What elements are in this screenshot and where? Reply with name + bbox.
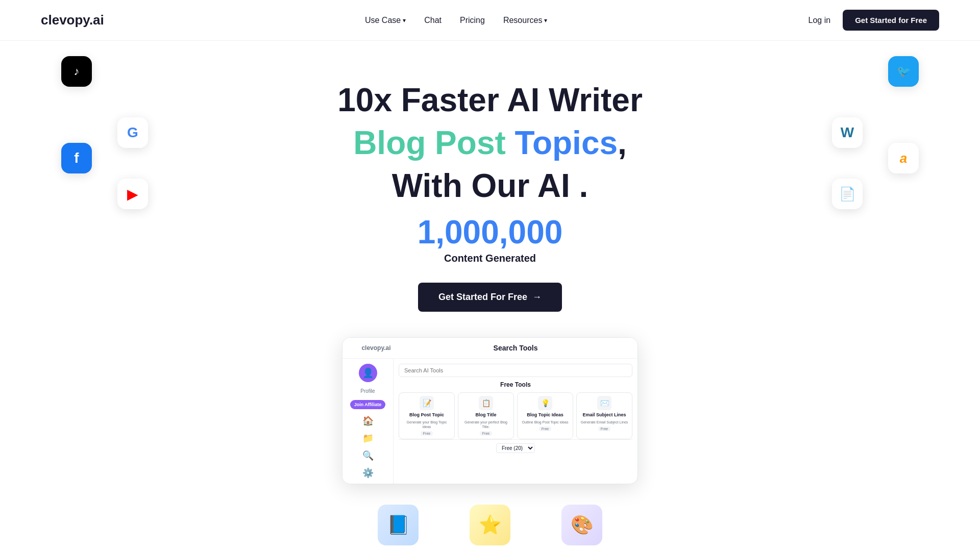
tool-icon-0: 📝 — [420, 396, 434, 410]
tool-badge-2: Free — [539, 427, 551, 431]
nav-resources[interactable]: Resources — [503, 16, 547, 25]
db-tools-grid: 📝 Blog Post Topic Generate your Blog Top… — [399, 392, 632, 439]
hero-count: 1,000,000 — [10, 216, 970, 248]
tool-icon-1: 📋 — [479, 396, 493, 410]
db-sidebar: 👤 Profile Join Affiliate 🏠 📁 🔍 ⚙️ — [342, 359, 394, 484]
db-header: clevopy.ai Search Tools — [342, 338, 638, 359]
tool-badge-1: Free — [480, 431, 492, 436]
db-free-tools-label: Free Tools — [399, 381, 632, 388]
logo[interactable]: clevopy.ai — [41, 12, 104, 28]
tool-card-0[interactable]: 📝 Blog Post Topic Generate your Blog Top… — [399, 392, 455, 439]
db-affiliate-btn[interactable]: Join Affiliate — [350, 400, 386, 409]
bottom-illustrations: 📘 ⭐ 🎨 — [10, 484, 970, 551]
hero-count-sub: Content Generated — [10, 253, 970, 264]
nav-chat[interactable]: Chat — [424, 16, 442, 25]
tool-badge-0: Free — [421, 431, 433, 436]
db-footer: Free (20) — [399, 439, 632, 456]
login-link[interactable]: Log in — [808, 16, 831, 25]
db-settings-icon[interactable]: ⚙️ — [362, 467, 374, 479]
tool-name-3: Email Subject Lines — [582, 412, 626, 418]
hero-word-blog: Blog — [353, 124, 426, 161]
tool-card-3[interactable]: ✉️ Email Subject Lines Generate Email Su… — [576, 392, 632, 439]
hero-cta-label: Get Started For Free — [438, 292, 527, 303]
bottom-item-blue: 📘 — [373, 505, 424, 551]
tool-desc-0: Generate your Blog Topic ideas — [402, 420, 451, 429]
db-filter-select[interactable]: Free (20) — [496, 443, 535, 453]
tool-desc-2: Outline Blog Post Topic ideas — [522, 420, 569, 424]
hero-headline1: 10x Faster AI Writer — [10, 82, 970, 119]
hero-cta-button[interactable]: Get Started For Free → — [418, 283, 562, 312]
db-body: 👤 Profile Join Affiliate 🏠 📁 🔍 ⚙️ Free T… — [342, 359, 638, 484]
db-profile-label: Profile — [360, 388, 375, 394]
navbar: clevopy.ai Use Case Chat Pricing Resourc… — [0, 0, 980, 41]
tool-desc-1: Generate your perfect Blog Title. — [461, 420, 510, 429]
bottom-item-yellow: ⭐ — [464, 505, 516, 551]
db-main: Free Tools 📝 Blog Post Topic Generate yo… — [394, 359, 638, 484]
hero-section: ♪ G f ▶ 🐦 W a 📄 10x Faster AI Writer Blo… — [0, 41, 980, 551]
db-search-icon[interactable]: 🔍 — [362, 450, 374, 461]
hero-word-topics: Topics — [515, 124, 618, 161]
tool-name-0: Blog Post Topic — [409, 412, 444, 418]
hero-headline3: With Our AI . — [10, 166, 970, 206]
db-search-title: Search Tools — [402, 344, 629, 352]
tool-icon-2: 💡 — [538, 396, 552, 410]
hero-word-post: Post — [435, 124, 506, 161]
tool-name-2: Blog Topic Ideas — [527, 412, 563, 418]
db-home-icon[interactable]: 🏠 — [362, 415, 374, 427]
tool-card-2[interactable]: 💡 Blog Topic Ideas Outline Blog Post Top… — [517, 392, 573, 439]
tool-badge-3: Free — [598, 427, 610, 431]
blue-illustration: 📘 — [378, 505, 419, 545]
tool-card-1[interactable]: 📋 Blog Title Generate your perfect Blog … — [458, 392, 514, 439]
hero-headline2: Blog Post Topics, — [10, 123, 970, 163]
db-search-input[interactable] — [399, 364, 632, 377]
bottom-item-purple: 🎨 — [556, 505, 607, 551]
nav-right: Log in Get Started for Free — [808, 10, 939, 31]
nav-cta-button[interactable]: Get Started for Free — [843, 10, 939, 31]
yellow-illustration: ⭐ — [470, 505, 510, 545]
db-files-icon[interactable]: 📁 — [362, 433, 374, 444]
db-brand: clevopy.ai — [351, 344, 402, 352]
dashboard-preview: clevopy.ai Search Tools 👤 Profile Join A… — [342, 337, 638, 484]
purple-illustration: 🎨 — [561, 505, 602, 545]
nav-links: Use Case Chat Pricing Resources — [365, 16, 547, 25]
nav-use-case[interactable]: Use Case — [365, 16, 406, 25]
tool-desc-3: Generate Email Subject Lines — [581, 420, 628, 424]
hero-cta-arrow: → — [532, 292, 542, 303]
db-avatar: 👤 — [359, 364, 377, 382]
hero-cursor: , — [618, 124, 627, 161]
tool-name-1: Blog Title — [476, 412, 497, 418]
tool-icon-3: ✉️ — [597, 396, 611, 410]
nav-pricing[interactable]: Pricing — [460, 16, 485, 25]
